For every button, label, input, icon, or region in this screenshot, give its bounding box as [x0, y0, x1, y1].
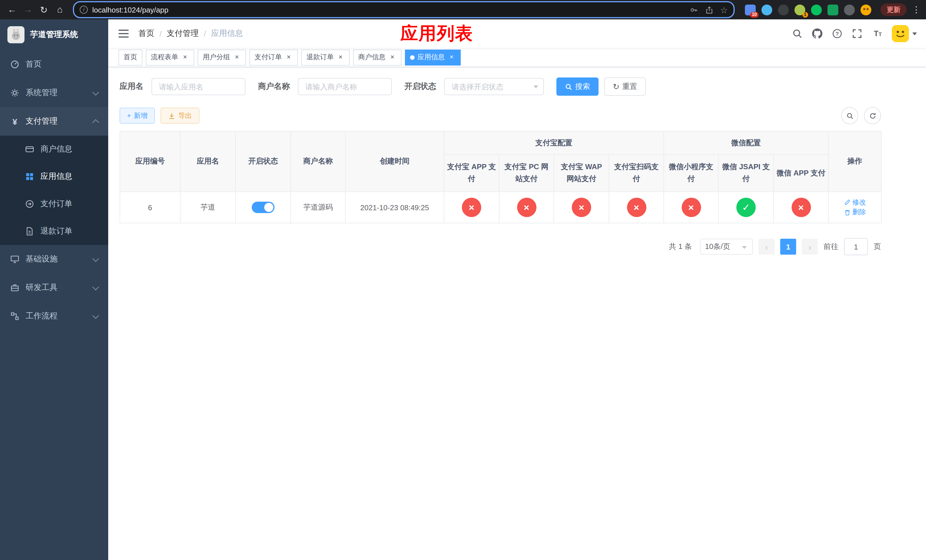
edit-button[interactable]: 修改	[844, 197, 866, 207]
github-icon[interactable]	[810, 26, 825, 41]
search-icon[interactable]	[790, 26, 805, 41]
extension-icon[interactable]	[761, 4, 772, 15]
close-icon[interactable]: ×	[337, 53, 345, 61]
extension-icon[interactable]	[811, 4, 822, 15]
delete-button[interactable]: 删除	[844, 207, 866, 217]
reset-button[interactable]: ↻ 重置	[604, 77, 646, 96]
tab-refund-order[interactable]: 退款订单 ×	[301, 49, 350, 65]
page-number-1[interactable]: 1	[780, 239, 796, 255]
browser-back-button[interactable]: ←	[5, 2, 20, 17]
tab-app-info[interactable]: 应用信息 ×	[405, 49, 461, 65]
page-size-select[interactable]: 10条/页	[700, 239, 753, 255]
tab-home[interactable]: 首页	[118, 49, 142, 65]
browser-chrome: ← → ↻ ⌂ i localhost:1024/pay/app ☆ 10	[0, 0, 926, 20]
tab-user-group[interactable]: 用户分组 ×	[198, 49, 246, 65]
toggle-search-button[interactable]	[841, 107, 858, 124]
goto-page-input[interactable]	[844, 238, 868, 255]
merchant-name-input[interactable]	[298, 78, 392, 95]
browser-home-button[interactable]: ⌂	[52, 2, 67, 17]
extensions-puzzle-icon[interactable]	[844, 4, 855, 15]
password-key-icon[interactable]	[689, 5, 698, 14]
breadcrumb-current: 应用信息	[211, 29, 243, 39]
chevron-down-icon	[742, 246, 747, 249]
tab-flow-form[interactable]: 流程表单 ×	[146, 49, 194, 65]
wx-app-status-icon: ×	[791, 198, 811, 217]
group-header-alipay: 支付宝配置	[444, 131, 664, 155]
profile-avatar-icon[interactable]	[861, 4, 872, 15]
sidebar-item-refund-order[interactable]: 退款订单	[0, 218, 108, 245]
sidebar-item-infra[interactable]: 基础设施	[0, 245, 108, 274]
pay-submenu: 商户信息 应用信息	[0, 136, 108, 245]
close-icon[interactable]: ×	[448, 53, 455, 61]
user-menu[interactable]	[892, 25, 917, 42]
export-button[interactable]: 导出	[160, 107, 199, 124]
search-button-label: 搜索	[575, 82, 590, 92]
table-row: 6 芋道 芋道源码 2021-10-23 08:49:25 × ×	[120, 192, 881, 223]
alipay-qr-status-icon: ×	[627, 198, 646, 217]
breadcrumb-pay[interactable]: 支付管理	[167, 29, 199, 39]
workflow-icon	[10, 312, 20, 321]
tab-pay-order[interactable]: 支付订单 ×	[250, 49, 298, 65]
tab-merchant-info[interactable]: 商户信息 ×	[353, 49, 401, 65]
toggle-knob	[264, 203, 273, 212]
address-bar[interactable]: i localhost:1024/pay/app ☆	[73, 1, 735, 18]
table-toolbar: + 新增 导出	[120, 107, 881, 124]
menu-label: 支付管理	[26, 116, 57, 127]
col-header-status: 开启状态	[236, 131, 291, 192]
page-size-value: 10条/页	[705, 242, 730, 252]
sidebar-fold-icon[interactable]	[117, 27, 130, 40]
refresh-table-button[interactable]	[864, 107, 881, 124]
font-size-icon[interactable]: TT	[870, 26, 884, 41]
sidebar-item-pay[interactable]: ¥ 支付管理	[0, 107, 108, 136]
breadcrumb-home[interactable]: 首页	[138, 29, 154, 39]
extension-icon[interactable]	[778, 4, 789, 15]
sidebar-item-devtools[interactable]: 研发工具	[0, 274, 108, 302]
status-toggle[interactable]	[252, 202, 274, 213]
app-name-input[interactable]	[151, 78, 245, 95]
sidebar: 芋道管理系统 首页 系统管理	[0, 20, 108, 560]
extension-icon[interactable]: 10	[745, 4, 756, 15]
prev-page-button[interactable]: ‹	[758, 239, 775, 255]
close-icon[interactable]: ×	[181, 53, 189, 61]
extensions-area: 10 1	[745, 4, 872, 15]
help-icon[interactable]: ?	[830, 26, 844, 41]
next-page-button[interactable]: ›	[802, 239, 818, 255]
app-title: 芋道管理系统	[30, 30, 78, 40]
sidebar-item-pay-order[interactable]: 支付订单	[0, 190, 108, 218]
extension-icon[interactable]: 1	[794, 4, 805, 15]
url-text[interactable]: localhost:1024/pay/app	[92, 5, 685, 14]
tab-label: 支付订单	[254, 52, 282, 62]
sidebar-item-workflow[interactable]: 工作流程	[0, 302, 108, 330]
sidebar-item-system[interactable]: 系统管理	[0, 79, 108, 107]
sidebar-item-app-info[interactable]: 应用信息	[0, 163, 108, 190]
status-select[interactable]	[444, 78, 544, 95]
sidebar-menu: 首页 系统管理 ¥ 支付管理	[0, 50, 108, 330]
close-icon[interactable]: ×	[285, 53, 293, 61]
col-header-alipay-app: 支付宝 APP 支付	[444, 155, 499, 192]
avatar[interactable]	[892, 25, 909, 42]
search-button[interactable]: 搜索	[557, 77, 599, 96]
col-header-app-id: 应用编号	[120, 131, 180, 192]
menu-label: 工作流程	[26, 311, 57, 321]
browser-update-button[interactable]: 更新	[881, 3, 906, 16]
site-info-icon[interactable]: i	[80, 6, 88, 14]
status-select-input[interactable]	[444, 78, 544, 95]
app-logo[interactable]: 芋道管理系统	[0, 20, 108, 50]
menu-label: 应用信息	[41, 171, 72, 182]
close-icon[interactable]: ×	[233, 53, 241, 61]
search-icon	[846, 112, 853, 120]
sidebar-item-home[interactable]: 首页	[0, 50, 108, 79]
share-icon[interactable]	[705, 5, 713, 14]
bookmark-star-icon[interactable]: ☆	[720, 5, 728, 14]
fullscreen-icon[interactable]	[850, 26, 864, 41]
merchant-name-label: 商户名称	[258, 82, 290, 92]
browser-reload-button[interactable]: ↻	[36, 2, 51, 17]
close-icon[interactable]: ×	[388, 53, 396, 61]
browser-menu-icon[interactable]: ⋮	[911, 5, 921, 15]
chevron-down-icon	[92, 89, 99, 95]
add-button[interactable]: + 新增	[120, 107, 155, 124]
browser-forward-button[interactable]: →	[21, 2, 35, 17]
sidebar-item-merchant-info[interactable]: 商户信息	[0, 136, 108, 163]
extension-badge: 10	[750, 12, 758, 17]
extension-icon[interactable]	[828, 4, 838, 15]
